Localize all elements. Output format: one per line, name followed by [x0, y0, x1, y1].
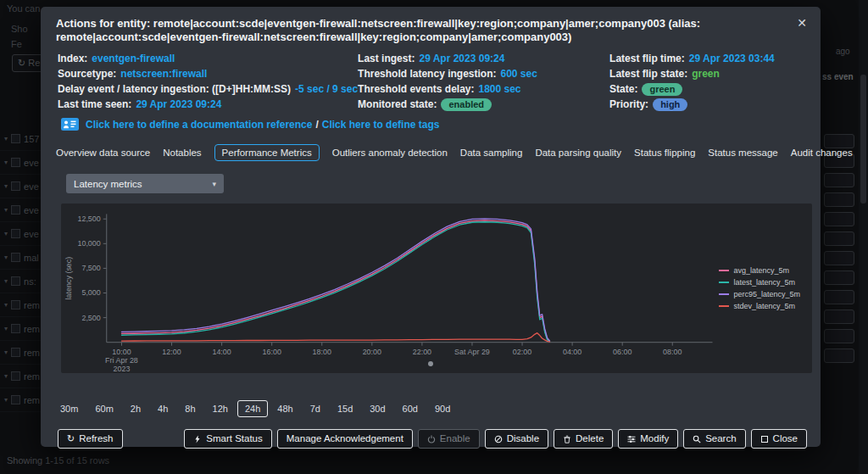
legend-item-stdev-latency-5m[interactable]: stdev_latency_5m — [719, 302, 809, 310]
documentation-row: Click here to define a documentation ref… — [61, 118, 821, 131]
time-range-15d[interactable]: 15d — [330, 400, 360, 417]
info-value[interactable]: 600 sec — [500, 68, 537, 80]
info-row: Sourcetype:netscreen:firewall — [58, 68, 358, 81]
info-value[interactable]: 29 Apr 2023 03:44 — [689, 53, 775, 64]
time-range-selector: 30m60m2h4h8h12h24h48h7d15d30d60d90d — [53, 400, 821, 417]
info-row: Threshold events delay:1800 sec — [358, 83, 609, 96]
status-badge: enabled — [441, 98, 492, 111]
info-label: Last time seen: — [58, 98, 131, 110]
doc-links: Click here to define a documentation ref… — [86, 119, 439, 131]
info-label: Delay event / latency ingestion: ([D+]HH… — [58, 83, 291, 95]
legend-item-avg-latency-5m[interactable]: avg_latency_5m — [719, 266, 809, 275]
info-row: Threshold latency ingestion:600 sec — [358, 68, 609, 81]
svg-text:16:00: 16:00 — [263, 348, 281, 356]
tab-audit-changes[interactable]: Audit changes — [791, 144, 853, 161]
tab-overview-data-source[interactable]: Overview data source — [56, 144, 150, 161]
svg-text:08:00: 08:00 — [663, 348, 682, 356]
modify-button[interactable]: Modify — [618, 429, 678, 449]
define-tags-link[interactable]: Click here to define tags — [322, 119, 440, 131]
define-documentation-link[interactable]: Click here to define a documentation ref… — [86, 119, 312, 131]
search-icon — [693, 435, 701, 443]
time-range-60m[interactable]: 60m — [87, 400, 120, 417]
info-row: Last time seen:29 Apr 2023 09:24 — [58, 98, 358, 111]
tab-status-message[interactable]: Status message — [708, 144, 777, 161]
close-button[interactable]: Close — [751, 429, 807, 449]
info-value[interactable]: eventgen-firewall — [92, 53, 175, 64]
sliders-icon — [627, 435, 636, 443]
id-card-icon — [61, 118, 79, 131]
time-range-48h[interactable]: 48h — [270, 400, 300, 417]
modal-title: Actions for entity: remote|account:scde|… — [41, 7, 821, 44]
time-range-24h[interactable]: 24h — [237, 400, 268, 417]
tab-outliers-anomaly-detection[interactable]: Outliers anomaly detection — [332, 144, 448, 161]
metric-dropdown-value: Latency metrics — [74, 179, 142, 189]
status-badge: high — [653, 98, 687, 111]
chevron-down-icon: ▾ — [212, 180, 216, 188]
close-icon[interactable]: ✕ — [797, 17, 807, 29]
enable-button[interactable]: Enable — [418, 429, 480, 449]
info-label: Latest flip time: — [609, 53, 685, 64]
info-value[interactable]: -5 sec / 9 sec — [295, 83, 358, 95]
tab-performance-metrics[interactable]: Performance Metrics — [214, 144, 320, 161]
svg-text:22:00: 22:00 — [413, 348, 431, 356]
info-label: Index: — [58, 53, 87, 64]
power-icon — [427, 435, 436, 443]
svg-text:2,500: 2,500 — [81, 314, 100, 322]
refresh-button[interactable]: ↻ Refresh — [58, 429, 123, 449]
info-value[interactable]: 1800 sec — [478, 83, 520, 95]
tab-data-parsing-quality[interactable]: Data parsing quality — [535, 144, 621, 161]
time-range-90d[interactable]: 90d — [427, 400, 458, 417]
time-range-2h[interactable]: 2h — [123, 400, 148, 417]
tab-notables[interactable]: Notables — [163, 144, 201, 161]
legend-item-latest-latency-5m[interactable]: latest_latency_5m — [719, 278, 809, 287]
tab-status-flipping[interactable]: Status flipping — [634, 144, 695, 161]
info-value[interactable]: 29 Apr 2023 09:24 — [136, 98, 221, 110]
delete-button[interactable]: Delete — [554, 429, 613, 449]
time-range-30d[interactable]: 30d — [362, 400, 392, 417]
legend-label: latest_latency_5m — [733, 278, 795, 287]
latency-chart: 2,5005,0007,50010,00012,50010:00Fri Apr … — [61, 204, 719, 373]
time-range-4h[interactable]: 4h — [150, 400, 175, 417]
svg-text:02:00: 02:00 — [513, 348, 531, 356]
modal-footer: ↻ Refresh Smart Status Manage Acknowledg… — [41, 429, 821, 449]
info-label: Priority: — [609, 98, 648, 110]
info-label: Last ingest: — [358, 53, 415, 64]
info-value[interactable]: netscreen:firewall — [120, 68, 207, 80]
legend-item-perc95-latency-5m[interactable]: perc95_latency_5m — [719, 290, 809, 298]
metric-dropdown[interactable]: Latency metrics ▾ — [66, 174, 224, 193]
svg-text:18:00: 18:00 — [313, 348, 331, 356]
time-range-7d[interactable]: 7d — [303, 400, 328, 417]
svg-text:5,000: 5,000 — [81, 288, 100, 297]
time-range-30m[interactable]: 30m — [53, 400, 86, 417]
disable-button[interactable]: Disable — [485, 429, 548, 449]
time-range-8h[interactable]: 8h — [177, 400, 203, 417]
info-row: Latest flip time:29 Apr 2023 03:44 — [609, 53, 804, 65]
refresh-icon: ↻ — [67, 434, 75, 443]
footer-action-buttons: Smart Status Manage Acknowledgement Enab… — [184, 429, 807, 449]
time-range-60d[interactable]: 60d — [395, 400, 426, 417]
svg-text:10,000: 10,000 — [77, 239, 100, 248]
legend-label: avg_latency_5m — [733, 266, 789, 275]
latency-chart-panel: 2,5005,0007,50010,00012,50010:00Fri Apr … — [61, 204, 812, 373]
info-value: green — [692, 68, 720, 80]
status-badge: green — [642, 83, 682, 96]
tab-data-sampling[interactable]: Data sampling — [460, 144, 523, 161]
svg-text:7,500: 7,500 — [81, 264, 100, 272]
bolt-icon — [193, 435, 202, 443]
time-range-12h[interactable]: 12h — [205, 400, 236, 417]
legend-swatch — [719, 270, 729, 271]
doc-link-separator: / — [315, 119, 318, 131]
search-button[interactable]: Search — [683, 429, 745, 449]
info-value[interactable]: 29 Apr 2023 09:24 — [419, 53, 504, 64]
svg-text:06:00: 06:00 — [613, 348, 632, 356]
smart-status-button[interactable]: Smart Status — [184, 429, 271, 449]
legend-label: perc95_latency_5m — [733, 290, 800, 298]
svg-text:04:00: 04:00 — [563, 348, 581, 356]
manage-acknowledgement-button[interactable]: Manage Acknowledgement — [277, 429, 413, 449]
info-row: State:green — [609, 83, 804, 96]
info-row: Monitored state:enabled — [358, 98, 609, 111]
info-label: State: — [609, 83, 637, 95]
svg-text:Sat Apr 29: Sat Apr 29 — [454, 348, 490, 356]
info-label: Threshold latency ingestion: — [358, 68, 496, 80]
carousel-dot[interactable] — [428, 361, 433, 366]
